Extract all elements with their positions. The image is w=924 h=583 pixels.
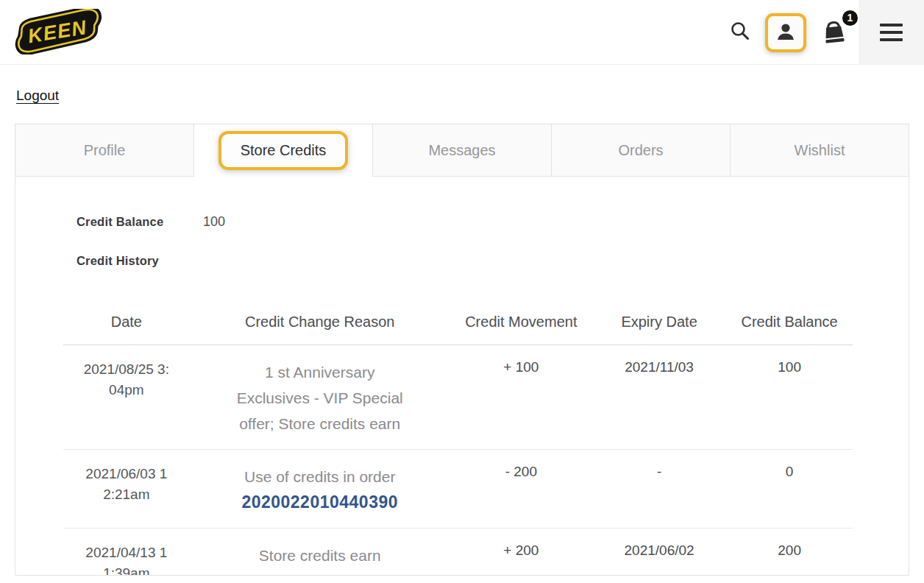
cell-expiry: 2021/06/02 bbox=[592, 543, 726, 576]
cell-date: 2021/08/25 3: 04pm bbox=[63, 359, 190, 437]
header-actions: 1 bbox=[727, 0, 850, 65]
cart-button[interactable]: 1 bbox=[818, 16, 850, 49]
col-header-balance: Credit Balance bbox=[726, 314, 853, 331]
person-icon bbox=[774, 21, 797, 44]
cell-expiry: 2021/11/03 bbox=[592, 359, 726, 437]
cell-reason: Use of credits in order 2020022010440390 bbox=[190, 464, 450, 515]
account-button[interactable] bbox=[765, 13, 806, 52]
cell-balance: 100 bbox=[726, 359, 853, 437]
tab-messages[interactable]: Messages bbox=[373, 124, 552, 177]
credit-history-label: Credit History bbox=[77, 254, 203, 268]
table-header-row: Date Credit Change Reason Credit Movemen… bbox=[63, 314, 853, 345]
col-header-date: Date bbox=[63, 314, 190, 331]
cell-balance: 0 bbox=[726, 464, 853, 515]
credit-balance-label: Credit Balance bbox=[77, 215, 203, 229]
account-tabs: Profile Store Credits Messages Orders Wi… bbox=[15, 124, 909, 176]
tab-orders[interactable]: Orders bbox=[552, 124, 731, 177]
credit-balance-value: 100 bbox=[203, 214, 225, 230]
credit-history-table: Date Credit Change Reason Credit Movemen… bbox=[63, 314, 853, 576]
tab-profile-label: Profile bbox=[84, 142, 126, 159]
tab-store-credits[interactable]: Store Credits bbox=[194, 124, 373, 177]
cell-reason: Store credits earn bbox=[190, 543, 450, 576]
col-header-reason: Credit Change Reason bbox=[190, 314, 450, 331]
table-row: 2021/04/13 1 1:39am Store credits earn +… bbox=[63, 529, 853, 576]
cell-balance: 200 bbox=[726, 543, 853, 576]
table-row: 2021/06/03 1 2:21am Use of credits in or… bbox=[63, 450, 853, 529]
cell-date: 2021/04/13 1 1:39am bbox=[63, 543, 190, 576]
credit-history-row: Credit History bbox=[77, 254, 909, 268]
hamburger-icon bbox=[880, 24, 903, 41]
col-header-movement: Credit Movement bbox=[450, 314, 592, 331]
cell-expiry: - bbox=[592, 464, 726, 515]
cell-date: 2021/06/03 1 2:21am bbox=[63, 464, 190, 515]
search-icon bbox=[728, 20, 752, 43]
menu-button[interactable] bbox=[859, 0, 924, 65]
cell-movement: + 200 bbox=[450, 543, 592, 576]
store-credits-panel: Credit Balance 100 Credit History Date C… bbox=[15, 176, 909, 576]
tab-profile[interactable]: Profile bbox=[15, 124, 194, 177]
site-header: KEEN 1 bbox=[0, 0, 924, 65]
cell-movement: - 200 bbox=[450, 464, 592, 515]
tab-orders-label: Orders bbox=[618, 142, 663, 159]
tab-messages-label: Messages bbox=[428, 142, 495, 159]
cell-movement: + 100 bbox=[450, 359, 592, 437]
tab-store-credits-highlight: Store Credits bbox=[218, 131, 349, 170]
cart-count-badge: 1 bbox=[841, 9, 859, 27]
logout-link[interactable]: Logout bbox=[16, 88, 59, 104]
table-row: 2021/08/25 3: 04pm 1 st Anniversary Excl… bbox=[63, 345, 853, 450]
cell-reason: 1 st Anniversary Exclusives - VIP Specia… bbox=[190, 359, 450, 437]
search-button[interactable] bbox=[727, 18, 753, 47]
keen-logo[interactable]: KEEN bbox=[10, 9, 106, 54]
keen-logo-icon: KEEN bbox=[10, 9, 106, 54]
col-header-expiry: Expiry Date bbox=[592, 314, 726, 331]
tab-wishlist[interactable]: Wishlist bbox=[731, 124, 909, 177]
credit-balance-row: Credit Balance 100 bbox=[77, 214, 909, 230]
order-number-link[interactable]: 2020022010440390 bbox=[190, 490, 450, 515]
tab-wishlist-label: Wishlist bbox=[795, 142, 845, 159]
